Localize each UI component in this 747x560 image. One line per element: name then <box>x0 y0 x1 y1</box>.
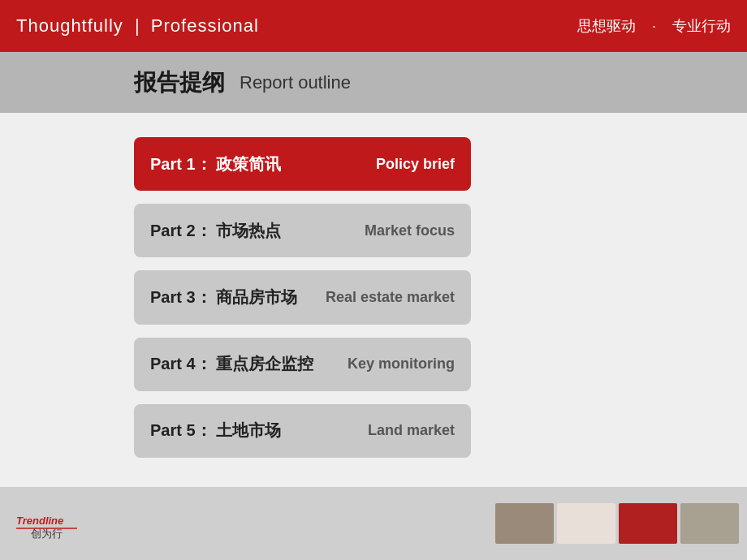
part-label-en-4: Key monitoring <box>348 355 455 373</box>
part-item-5[interactable]: Part 5： 土地市场Land market <box>134 404 471 458</box>
part-label-cn-1: Part 1： 政策简讯 <box>150 153 281 175</box>
header-right-text2: 专业行动 <box>672 16 731 36</box>
report-title-en: Report outline <box>240 72 351 93</box>
part-label-en-2: Market focus <box>365 222 455 239</box>
svg-text:Trendline: Trendline <box>16 515 63 527</box>
footer: Trendline 创为行 <box>0 487 747 560</box>
part-label-en-5: Land market <box>368 422 455 439</box>
header-right-separator: · <box>652 18 656 35</box>
part-item-1[interactable]: Part 1： 政策简讯Policy brief <box>134 137 471 191</box>
part-label-cn-5: Part 5： 土地市场 <box>150 420 281 442</box>
part-item-4[interactable]: Part 4： 重点房企监控Key monitoring <box>134 338 471 391</box>
part-label-en-3: Real estate market <box>326 289 455 306</box>
svg-text:创为行: 创为行 <box>31 528 63 539</box>
part-item-3[interactable]: Part 3： 商品房市场Real estate market <box>134 270 471 324</box>
header-separator: | <box>130 15 145 37</box>
footer-images <box>495 503 739 544</box>
part-label-cn-2: Part 2： 市场热点 <box>150 220 281 242</box>
main-content: Part 1： 政策简讯Policy briefPart 2： 市场热点Mark… <box>0 113 747 487</box>
footer-image-3 <box>619 503 677 544</box>
header: Thoughtfully | Professional 思想驱动 · 专业行动 <box>0 0 747 52</box>
footer-image-4 <box>680 503 739 544</box>
part-label-cn-3: Part 3： 商品房市场 <box>150 286 297 308</box>
header-right: 思想驱动 · 专业行动 <box>577 16 731 36</box>
part-item-2[interactable]: Part 2： 市场热点Market focus <box>134 204 471 257</box>
header-right-text1: 思想驱动 <box>577 16 636 36</box>
logo-icon: Trendline 创为行 <box>16 508 81 539</box>
logo-area: Trendline 创为行 <box>16 508 81 539</box>
footer-image-1 <box>495 503 554 544</box>
report-title-cn: 报告提纲 <box>134 67 225 98</box>
header-left: Thoughtfully | Professional <box>16 15 259 37</box>
footer-image-2 <box>557 503 615 544</box>
part-label-cn-4: Part 4： 重点房企监控 <box>150 353 313 375</box>
subtitle-bar: 报告提纲 Report outline <box>0 52 747 113</box>
header-title-professional: Professional <box>151 15 259 37</box>
part-label-en-1: Policy brief <box>376 156 455 173</box>
header-title-thoughtfully: Thoughtfully <box>16 15 123 37</box>
